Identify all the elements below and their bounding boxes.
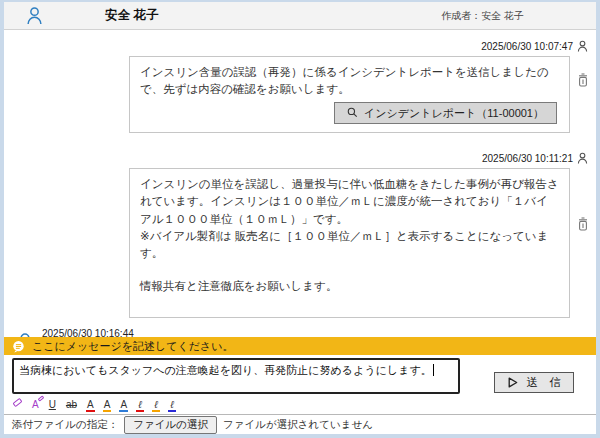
message-1: インスリン含量の誤認（再発）に係るインシデントレポートを送信しましたので、先ずは… [129, 56, 570, 133]
eraser-shape [12, 398, 22, 407]
mini-eraser-shape [37, 395, 44, 401]
message-2-paragraph: ※バイアル製剤は 販売名に［１００単位／ｍＬ］と表示することになっています。 [140, 228, 559, 263]
strikethrough-icon[interactable]: ab [65, 399, 78, 412]
message-meta-row: 2025/06/30 10:07:47 [4, 39, 588, 53]
speech-bubble-icon [12, 340, 25, 353]
attachment-row: 添付ファイルの指定： ファイルの選択 ファイルが選択されていません [4, 414, 596, 434]
window-frame: 安全 花子 作成者：安全 花子 2025/06/30 10:07:47 インスリ… [0, 0, 600, 438]
message-window: 安全 花子 作成者：安全 花子 2025/06/30 10:07:47 インスリ… [4, 2, 596, 434]
incident-report-label: インシデントレポート（11-00001） [364, 105, 544, 122]
page-title: 安全 花子 [105, 7, 158, 24]
message-meta-row: 2025/06/30 10:11:21 [4, 151, 588, 165]
message-2-paragraph: 情報共有と注意徹底をお願いします。 [140, 278, 559, 309]
reader-person-icon[interactable] [577, 40, 588, 52]
text-caret [433, 364, 434, 376]
header: 安全 花子 作成者：安全 花子 [4, 2, 596, 30]
format-toolbar: A U ab A A A ℓ ℓ ℓ [4, 397, 596, 414]
message-input[interactable]: 当病棟においてもスタッフへの注意喚起を図り、再発防止に努めるようにします。 [12, 358, 460, 394]
font-color-orange-icon[interactable]: A [103, 399, 112, 412]
file-select-button[interactable]: ファイルの選択 [124, 416, 217, 434]
message-timestamp: 2025/06/30 10:07:47 [481, 41, 573, 52]
eraser-icon[interactable] [12, 399, 23, 412]
send-button[interactable]: 送 信 [494, 372, 575, 393]
clear-format-icon[interactable]: A [31, 399, 40, 412]
message-timestamp: 2025/06/30 10:11:21 [482, 153, 573, 164]
underline-icon[interactable]: U [48, 399, 57, 412]
user-avatar-icon [26, 6, 43, 25]
message-hint-text: ここにメッセージを記述してください。 [32, 339, 234, 354]
message-2: インスリンの単位を誤認し、過量投与に伴い低血糖をきたした事例が再び報告されていま… [129, 168, 570, 318]
message-hint-bar: ここにメッセージを記述してください。 [4, 337, 596, 355]
search-icon [347, 107, 358, 118]
composer: 当病棟においてもスタッフへの注意喚起を図り、再発防止に努めるようにします。 送 … [4, 355, 596, 397]
message-2-box: インスリンの単位を誤認し、過量投与に伴い低血糖をきたした事例が再び報告されていま… [129, 168, 570, 318]
current-author-block: 2025/06/30 10:16:44 安全 花子 ○○○病院 事務部 管理課 … [16, 328, 596, 338]
author-timestamp: 2025/06/30 10:16:44 [42, 328, 229, 338]
creator-label: 作成者：安全 花子 [441, 9, 524, 23]
message-2-paragraph: インスリンの単位を誤認し、過量投与に伴い低血糖をきたした事例が再び報告されていま… [140, 176, 559, 228]
font-color-red-icon[interactable]: A [86, 399, 95, 412]
file-status-text: ファイルが選択されていません [223, 418, 373, 432]
attachment-label: 添付ファイルの指定： [12, 418, 118, 432]
message-1-text: インスリン含量の誤認（再発）に係るインシデントレポートを送信しましたので、先ずは… [140, 64, 559, 99]
message-thread: 2025/06/30 10:07:47 インスリン含量の誤認（再発）に係るインシ… [4, 30, 596, 337]
marker-orange-icon[interactable]: ℓ [152, 399, 160, 412]
send-button-label: 送 信 [527, 375, 562, 390]
font-color-blue-icon[interactable]: A [119, 399, 128, 412]
message-input-value: 当病棟においてもスタッフへの注意喚起を図り、再発防止に努めるようにします。 [19, 364, 432, 376]
send-arrow-icon [507, 377, 518, 388]
delete-message-icon[interactable] [577, 73, 589, 87]
reader-person-icon[interactable] [577, 152, 588, 164]
marker-blue-icon[interactable]: ℓ [168, 399, 176, 412]
blank-line [140, 262, 559, 278]
message-1-box: インスリン含量の誤認（再発）に係るインシデントレポートを送信しましたので、先ずは… [129, 56, 570, 133]
incident-report-button[interactable]: インシデントレポート（11-00001） [334, 102, 557, 125]
marker-red-icon[interactable]: ℓ [136, 399, 144, 412]
delete-message-icon[interactable] [577, 217, 589, 231]
